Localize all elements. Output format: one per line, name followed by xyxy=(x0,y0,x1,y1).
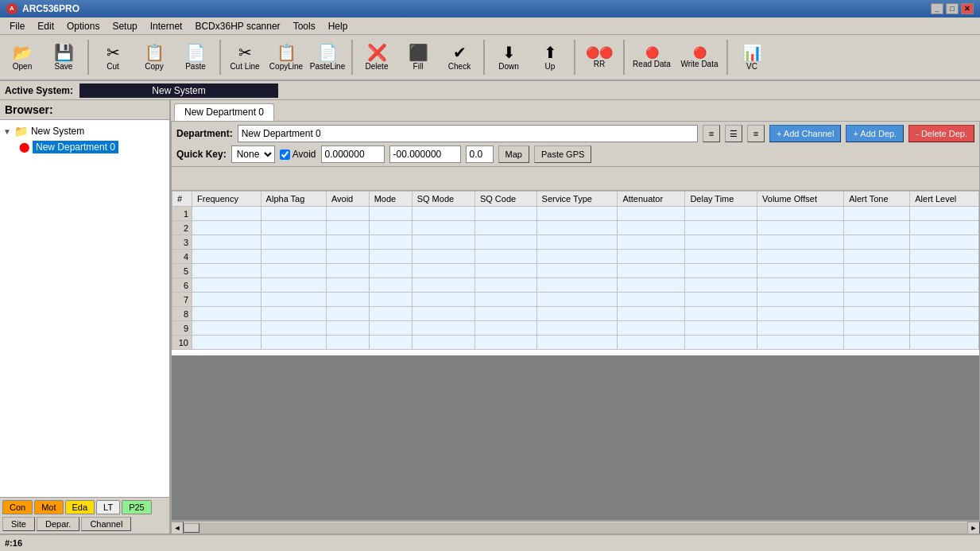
table-row[interactable]: 4 xyxy=(172,250,979,264)
add-dep-button[interactable]: + Add Dep. xyxy=(846,125,904,142)
row-cell[interactable] xyxy=(475,235,536,250)
row-cell[interactable] xyxy=(369,278,412,293)
align-left-button[interactable]: ≡ xyxy=(703,125,720,142)
depar-button[interactable]: Depar. xyxy=(37,517,79,531)
row-cell[interactable] xyxy=(536,278,618,293)
row-cell[interactable] xyxy=(757,235,844,250)
row-cell[interactable] xyxy=(326,293,369,307)
minimize-button[interactable]: _ xyxy=(931,3,943,14)
row-cell[interactable] xyxy=(844,278,910,293)
row-cell[interactable] xyxy=(757,293,844,307)
dept-tab[interactable]: New Department 0 xyxy=(174,103,274,121)
channel-grid[interactable]: # Frequency Alpha Tag Avoid Mode SQ Mode… xyxy=(172,191,979,355)
row-cell[interactable] xyxy=(412,321,475,336)
menu-options[interactable]: Options xyxy=(60,17,106,35)
row-cell[interactable] xyxy=(685,235,757,250)
row-cell[interactable] xyxy=(261,221,326,235)
row-cell[interactable] xyxy=(618,336,685,350)
row-cell[interactable] xyxy=(261,321,326,336)
add-channel-button[interactable]: + Add Channel xyxy=(769,125,841,142)
menu-edit[interactable]: Edit xyxy=(31,17,60,35)
row-cell[interactable] xyxy=(369,207,412,221)
row-cell[interactable] xyxy=(192,235,261,250)
row-cell[interactable] xyxy=(844,336,910,350)
site-button[interactable]: Site xyxy=(2,517,35,531)
row-cell[interactable] xyxy=(618,321,685,336)
row-cell[interactable] xyxy=(685,278,757,293)
row-cell[interactable] xyxy=(536,307,618,321)
cutline-button[interactable]: ✂ Cut Line xyxy=(226,38,264,76)
row-cell[interactable] xyxy=(536,235,618,250)
menu-setup[interactable]: Setup xyxy=(106,17,143,35)
row-cell[interactable] xyxy=(412,221,475,235)
scroll-left-arrow[interactable]: ◄ xyxy=(171,522,184,534)
row-cell[interactable] xyxy=(369,235,412,250)
row-cell[interactable] xyxy=(192,264,261,278)
row-cell[interactable] xyxy=(192,293,261,307)
row-cell[interactable] xyxy=(192,207,261,221)
row-cell[interactable] xyxy=(685,250,757,264)
row-cell[interactable] xyxy=(618,207,685,221)
row-cell[interactable] xyxy=(326,264,369,278)
row-cell[interactable] xyxy=(475,264,536,278)
row-cell[interactable] xyxy=(369,336,412,350)
row-cell[interactable] xyxy=(910,336,979,350)
row-cell[interactable] xyxy=(475,207,536,221)
row-cell[interactable] xyxy=(475,293,536,307)
row-cell[interactable] xyxy=(412,293,475,307)
row-cell[interactable] xyxy=(685,293,757,307)
row-cell[interactable] xyxy=(261,264,326,278)
row-cell[interactable] xyxy=(844,307,910,321)
rr-button[interactable]: 🔴🔴 RR xyxy=(580,38,618,76)
hscroll-bar[interactable]: ◄ ► xyxy=(171,521,980,534)
row-cell[interactable] xyxy=(369,250,412,264)
scroll-thumb[interactable] xyxy=(184,523,199,533)
row-cell[interactable] xyxy=(757,250,844,264)
pasteline-button[interactable]: 📄 PasteLine xyxy=(308,38,347,76)
row-cell[interactable] xyxy=(844,264,910,278)
row-cell[interactable] xyxy=(910,221,979,235)
browser-tab-lt[interactable]: LT xyxy=(96,500,120,514)
row-cell[interactable] xyxy=(618,307,685,321)
row-cell[interactable] xyxy=(192,250,261,264)
table-row[interactable]: 8 xyxy=(172,307,979,321)
coord2-input[interactable] xyxy=(389,146,461,163)
readdata-button[interactable]: 🔴 Read Data xyxy=(629,38,674,76)
row-cell[interactable] xyxy=(192,336,261,350)
row-cell[interactable] xyxy=(536,336,618,350)
tree-root[interactable]: ▼ 📁 New System xyxy=(3,123,166,139)
save-button[interactable]: 💾 Save xyxy=(45,38,83,76)
table-row[interactable]: 9 xyxy=(172,321,979,336)
row-cell[interactable] xyxy=(685,264,757,278)
row-cell[interactable] xyxy=(844,321,910,336)
row-cell[interactable] xyxy=(757,321,844,336)
row-cell[interactable] xyxy=(844,221,910,235)
row-cell[interactable] xyxy=(618,264,685,278)
row-cell[interactable] xyxy=(910,235,979,250)
row-cell[interactable] xyxy=(757,221,844,235)
row-cell[interactable] xyxy=(412,250,475,264)
copy-button[interactable]: 📋 Copy xyxy=(135,38,173,76)
row-cell[interactable] xyxy=(412,264,475,278)
row-cell[interactable] xyxy=(369,221,412,235)
check-button[interactable]: ✔ Check xyxy=(440,38,478,76)
row-cell[interactable] xyxy=(261,336,326,350)
row-cell[interactable] xyxy=(844,207,910,221)
coord1-input[interactable] xyxy=(321,146,385,163)
browser-tab-p25[interactable]: P25 xyxy=(122,500,152,514)
row-cell[interactable] xyxy=(536,321,618,336)
department-name-input[interactable] xyxy=(238,125,698,142)
row-cell[interactable] xyxy=(536,207,618,221)
row-cell[interactable] xyxy=(618,250,685,264)
row-cell[interactable] xyxy=(475,307,536,321)
row-cell[interactable] xyxy=(910,307,979,321)
row-cell[interactable] xyxy=(475,336,536,350)
row-cell[interactable] xyxy=(910,207,979,221)
row-cell[interactable] xyxy=(261,293,326,307)
tree-dept-item[interactable]: ⬤ New Department 0 xyxy=(19,139,166,155)
row-cell[interactable] xyxy=(757,207,844,221)
up-button[interactable]: ⬆ Up xyxy=(531,38,569,76)
row-cell[interactable] xyxy=(844,250,910,264)
menu-scanner[interactable]: BCDx36HP scanner xyxy=(188,17,286,35)
row-cell[interactable] xyxy=(369,264,412,278)
